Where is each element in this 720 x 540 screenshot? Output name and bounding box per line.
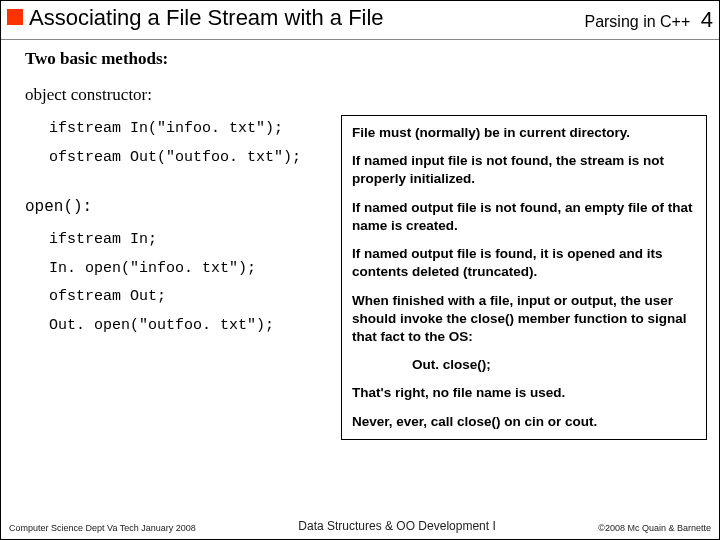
code-line: ofstream Out; bbox=[49, 283, 325, 312]
two-basic-methods: Two basic methods: bbox=[25, 49, 707, 69]
context-label: Parsing in C++ bbox=[584, 13, 690, 30]
columns: ifstream In("infoo. txt"); ofstream Out(… bbox=[25, 115, 707, 440]
code-line: In. open("infoo. txt"); bbox=[49, 255, 325, 284]
object-constructor-label: object constructor: bbox=[25, 85, 707, 105]
box-code-line: Out. close(); bbox=[412, 356, 696, 374]
page-number: 4 bbox=[701, 7, 713, 32]
footer-left: Computer Science Dept Va Tech January 20… bbox=[9, 523, 196, 533]
header-right: Parsing in C++ 4 bbox=[584, 7, 713, 33]
bullet-icon bbox=[7, 9, 23, 25]
footer-mid: Data Structures & OO Development I bbox=[298, 519, 495, 533]
slide: Associating a File Stream with a File Pa… bbox=[0, 0, 720, 540]
box-line: If named input file is not found, the st… bbox=[352, 152, 696, 188]
divider bbox=[1, 39, 719, 40]
box-line: File must (normally) be in current direc… bbox=[352, 124, 696, 142]
box-line: If named output file is found, it is ope… bbox=[352, 245, 696, 281]
footer-right: ©2008 Mc Quain & Barnette bbox=[598, 523, 711, 533]
right-column: File must (normally) be in current direc… bbox=[341, 115, 707, 440]
code-line: Out. open("outfoo. txt"); bbox=[49, 312, 325, 341]
header: Associating a File Stream with a File Pa… bbox=[7, 5, 713, 33]
box-line: When finished with a file, input or outp… bbox=[352, 292, 696, 347]
content: Two basic methods: object constructor: i… bbox=[25, 49, 707, 495]
box-line: If named output file is not found, an em… bbox=[352, 199, 696, 235]
footer: Computer Science Dept Va Tech January 20… bbox=[9, 519, 711, 533]
page-title: Associating a File Stream with a File bbox=[29, 5, 584, 31]
code-block-open: ifstream In; In. open("infoo. txt"); ofs… bbox=[49, 226, 325, 340]
box-line: Never, ever, call close() on cin or cout… bbox=[352, 413, 696, 431]
code-block-constructor: ifstream In("infoo. txt"); ofstream Out(… bbox=[49, 115, 325, 172]
left-column: ifstream In("infoo. txt"); ofstream Out(… bbox=[25, 115, 325, 440]
box-line: That's right, no file name is used. bbox=[352, 384, 696, 402]
code-line: ifstream In("infoo. txt"); bbox=[49, 115, 325, 144]
code-line: ofstream Out("outfoo. txt"); bbox=[49, 144, 325, 173]
code-line: ifstream In; bbox=[49, 226, 325, 255]
open-label: open(): bbox=[25, 198, 325, 216]
info-box: File must (normally) be in current direc… bbox=[341, 115, 707, 440]
